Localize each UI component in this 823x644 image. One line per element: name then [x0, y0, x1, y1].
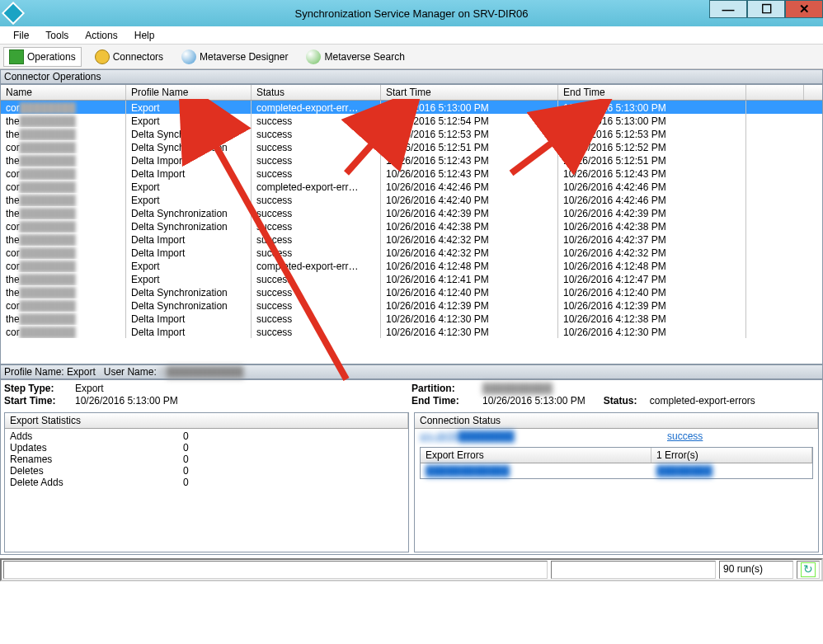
tab-label: Metaverse Search [324, 51, 404, 63]
cell-status: success [252, 246, 381, 259]
connection-state-link[interactable]: success [667, 430, 703, 442]
stat-label: Adds [10, 430, 183, 442]
cell-name: cor████████ [1, 325, 126, 338]
grid-header: Name Profile Name Status Start Time End … [1, 85, 822, 101]
table-row[interactable]: the████████Delta Importsuccess10/26/2016… [1, 312, 822, 325]
tab-label: Metaverse Designer [200, 51, 288, 63]
start-time-value: 10/26/2016 5:13:00 PM [75, 395, 178, 407]
cell-end: 10/26/2016 4:42:32 PM [558, 246, 746, 259]
cell-status: success [252, 140, 381, 153]
menu-help[interactable]: Help [126, 28, 163, 43]
cell-end: 10/26/2016 4:12:39 PM [558, 298, 746, 312]
table-row[interactable]: the████████Delta Synchronizationsuccess1… [1, 285, 822, 298]
table-row[interactable]: the████████Exportsuccess10/26/2016 5:12:… [1, 114, 822, 127]
cell-start: 10/26/2016 4:42:39 PM [381, 206, 558, 219]
cell-start: 10/26/2016 5:12:51 PM [381, 140, 558, 153]
tab-metaverse-designer[interactable]: Metaverse Designer [176, 48, 293, 66]
cell-name: cor████████ [1, 167, 126, 180]
col-status[interactable]: Status [252, 85, 381, 100]
tab-connectors[interactable]: Connectors [90, 48, 168, 66]
cell-start: 10/26/2016 4:42:38 PM [381, 219, 558, 233]
profile-name-value: Export [67, 366, 96, 378]
cell-profile: Export [126, 114, 252, 127]
stat-label: Deletes [10, 465, 183, 477]
stat-value: 0 [183, 477, 189, 488]
table-row[interactable]: cor████████Delta Importsuccess10/26/2016… [1, 325, 822, 338]
cell-profile: Delta Import [126, 312, 252, 325]
cell-status: success [252, 206, 381, 219]
export-error-item[interactable]: ████████████ [426, 465, 656, 477]
cell-end: 10/26/2016 4:12:47 PM [558, 272, 746, 285]
export-error-reason[interactable]: ████████ [656, 465, 712, 477]
tab-metaverse-search[interactable]: Metaverse Search [301, 48, 409, 66]
table-row[interactable]: cor████████Delta Synchronizationsuccess1… [1, 298, 822, 312]
table-row[interactable]: the████████Delta Importsuccess10/26/2016… [1, 153, 822, 167]
connection-status-body: srv-dir06████████ success Export Errors … [415, 429, 818, 552]
table-row[interactable]: cor████████Delta Synchronizationsuccess1… [1, 140, 822, 153]
stats-row: Delete Adds0 [10, 477, 403, 488]
cell-status: success [252, 127, 381, 140]
toolbar: Operations Connectors Metaverse Designer… [0, 45, 823, 69]
stat-label: Delete Adds [10, 477, 183, 488]
cell-profile: Export [126, 180, 252, 193]
cell-profile: Delta Synchronization [126, 285, 252, 298]
connection-server-link[interactable]: srv-dir06████████ [420, 430, 667, 442]
table-row[interactable]: cor████████Exportcompleted-export-err…10… [1, 259, 822, 272]
maximize-button[interactable]: ☐ [747, 0, 785, 18]
step-type-label: Step Type: [4, 383, 70, 394]
col-extra[interactable] [746, 85, 804, 100]
table-row[interactable]: the████████Exportsuccess10/26/2016 4:12:… [1, 272, 822, 285]
cell-start: 10/26/2016 4:42:32 PM [381, 233, 558, 246]
table-row[interactable]: the████████Delta Synchronizationsuccess1… [1, 127, 822, 140]
minimize-button[interactable]: — [709, 0, 747, 18]
table-row[interactable]: the████████Exportsuccess10/26/2016 4:42:… [1, 193, 822, 206]
details-panel: Step Type: Export Start Time: 10/26/2016… [0, 379, 823, 555]
cell-status: success [252, 233, 381, 246]
cell-end: 10/26/2016 4:42:38 PM [558, 219, 746, 233]
cell-name: the████████ [1, 114, 126, 127]
cell-end: 10/26/2016 5:12:43 PM [558, 167, 746, 180]
stat-label: Renames [10, 454, 183, 465]
menu-bar: File Tools Actions Help [0, 26, 823, 45]
export-errors-count: 1 Error(s) [651, 448, 812, 463]
end-time-label: End Time: [412, 395, 477, 407]
table-row[interactable]: the████████Delta Synchronizationsuccess1… [1, 206, 822, 219]
cell-status: success [252, 285, 381, 298]
operations-icon [9, 49, 24, 64]
start-time-label: Start Time: [4, 395, 70, 407]
col-end[interactable]: End Time [558, 85, 746, 100]
grid-body[interactable]: cor████████Exportcompleted-export-err…10… [1, 101, 822, 364]
menu-file[interactable]: File [5, 28, 37, 43]
cell-profile: Delta Import [126, 167, 252, 180]
tab-operations[interactable]: Operations [3, 47, 82, 67]
table-row[interactable]: cor████████Delta Importsuccess10/26/2016… [1, 167, 822, 180]
col-start[interactable]: Start Time [381, 85, 558, 100]
stats-row: Deletes0 [10, 465, 403, 477]
profile-name-label: Profile Name: [4, 366, 64, 378]
refresh-icon[interactable] [801, 562, 816, 577]
cell-name: cor████████ [1, 259, 126, 272]
cell-profile: Delta Synchronization [126, 206, 252, 219]
runs-count: 90 run(s) [719, 561, 793, 579]
menu-tools[interactable]: Tools [37, 28, 77, 43]
table-row[interactable]: the████████Delta Importsuccess10/26/2016… [1, 233, 822, 246]
table-row[interactable]: cor████████Exportcompleted-export-err…10… [1, 101, 822, 114]
cell-status: success [252, 298, 381, 312]
table-row[interactable]: cor████████Delta Importsuccess10/26/2016… [1, 246, 822, 259]
close-button[interactable]: ✕ [785, 0, 823, 18]
cell-end: 10/26/2016 5:13:00 PM [558, 101, 746, 114]
col-profile[interactable]: Profile Name [126, 85, 252, 100]
cell-start: 10/26/2016 4:12:40 PM [381, 285, 558, 298]
cell-end: 10/26/2016 4:12:30 PM [558, 325, 746, 338]
connection-status-header: Connection Status [415, 413, 818, 428]
col-name[interactable]: Name [1, 85, 126, 100]
cell-start: 10/26/2016 4:42:40 PM [381, 193, 558, 206]
cell-start: 10/26/2016 5:12:54 PM [381, 114, 558, 127]
table-row[interactable]: cor████████Delta Synchronizationsuccess1… [1, 219, 822, 233]
operations-grid: Name Profile Name Status Start Time End … [0, 84, 823, 364]
table-row[interactable]: cor████████Exportcompleted-export-err…10… [1, 180, 822, 193]
stat-value: 0 [183, 454, 189, 465]
menu-actions[interactable]: Actions [77, 28, 125, 43]
cell-end: 10/26/2016 5:12:51 PM [558, 153, 746, 167]
tab-label: Connectors [113, 51, 163, 63]
